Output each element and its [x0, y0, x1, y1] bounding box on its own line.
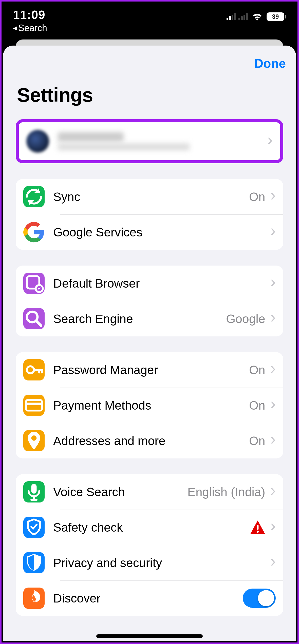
sync-icon — [23, 186, 45, 207]
sheet-stack: Done Settings — [3, 39, 296, 641]
svg-rect-7 — [31, 484, 37, 494]
voice-search-row[interactable]: Voice Search English (India) — [16, 474, 283, 510]
chevron-right-icon — [270, 434, 276, 447]
google-services-row[interactable]: Google Services — [16, 214, 283, 250]
location-pin-icon — [23, 430, 45, 451]
browser-group: Default Browser Search Engine Google — [16, 266, 283, 336]
shield-check-icon — [23, 517, 45, 538]
wifi-icon — [252, 13, 263, 21]
account-email-redacted — [58, 143, 190, 150]
password-manager-value: On — [249, 363, 265, 377]
discover-row[interactable]: Discover — [16, 580, 283, 616]
credit-card-icon — [23, 395, 45, 416]
payment-methods-label: Payment Methods — [53, 398, 249, 412]
google-services-label: Google Services — [53, 225, 270, 239]
safety-check-label: Safety check — [53, 520, 250, 534]
discover-label: Discover — [53, 591, 243, 605]
settings-sheet: Done Settings — [3, 46, 296, 641]
default-browser-row[interactable]: Default Browser — [16, 266, 283, 301]
discover-toggle[interactable] — [243, 589, 276, 608]
default-browser-icon — [23, 273, 45, 294]
battery-indicator: 39 — [267, 12, 286, 21]
cellular-signal-icon — [227, 13, 236, 20]
addresses-row[interactable]: Addresses and more On — [16, 423, 283, 458]
sync-value: On — [249, 190, 265, 204]
chevron-right-icon — [270, 521, 276, 534]
microphone-icon — [23, 481, 45, 502]
status-back-search[interactable]: Search — [13, 23, 47, 33]
chevron-right-icon — [270, 486, 276, 498]
key-icon — [23, 359, 45, 380]
chevron-right-icon — [270, 399, 276, 412]
search-engine-row[interactable]: Search Engine Google — [16, 301, 283, 336]
cellular-signal-icon-2 — [238, 13, 248, 20]
autofill-group: Password Manager On Payment Methods On — [16, 352, 283, 458]
search-engine-value: Google — [226, 312, 265, 326]
search-engine-label: Search Engine — [53, 312, 226, 326]
google-icon — [23, 222, 45, 243]
svg-rect-8 — [257, 525, 258, 530]
chevron-right-icon — [267, 135, 273, 148]
addresses-label: Addresses and more — [53, 434, 249, 448]
payment-methods-value: On — [249, 398, 265, 412]
voice-search-value: English (India) — [188, 485, 265, 499]
chevron-right-icon — [270, 312, 276, 325]
account-row[interactable] — [19, 122, 280, 160]
shield-icon — [23, 552, 45, 573]
flame-icon — [23, 588, 45, 609]
chevron-right-icon — [270, 364, 276, 376]
chevron-right-icon — [270, 277, 276, 290]
svg-point-9 — [257, 531, 259, 533]
chevron-right-icon — [270, 190, 276, 203]
addresses-value: On — [249, 434, 265, 448]
page-title: Settings — [3, 71, 296, 119]
warning-icon — [250, 520, 265, 534]
home-indicator[interactable] — [96, 634, 203, 638]
account-name-redacted — [58, 132, 124, 142]
misc-group: Voice Search English (India) Safety chec… — [16, 474, 283, 616]
sync-row[interactable]: Sync On — [16, 179, 283, 214]
svg-line-3 — [37, 321, 41, 326]
privacy-security-row[interactable]: Privacy and security — [16, 545, 283, 580]
chevron-right-icon — [270, 226, 276, 238]
avatar — [26, 130, 49, 153]
svg-point-4 — [27, 366, 34, 373]
payment-methods-row[interactable]: Payment Methods On — [16, 388, 283, 423]
chevron-right-icon — [270, 556, 276, 569]
voice-search-label: Voice Search — [53, 485, 188, 499]
done-button[interactable]: Done — [254, 56, 286, 71]
svg-rect-6 — [26, 403, 42, 406]
sync-label: Sync — [53, 190, 249, 204]
sheet-header: Done — [3, 46, 296, 71]
password-manager-row[interactable]: Password Manager On — [16, 352, 283, 388]
default-browser-label: Default Browser — [53, 276, 270, 290]
account-group — [16, 119, 283, 163]
sync-group: Sync On Google Services — [16, 179, 283, 250]
safety-check-row[interactable]: Safety check — [16, 510, 283, 545]
privacy-security-label: Privacy and security — [53, 556, 270, 570]
phone-frame: 11:09 Search 39 — [2, 2, 297, 642]
password-manager-label: Password Manager — [53, 363, 249, 377]
status-bar: 11:09 Search 39 — [2, 2, 297, 39]
search-icon — [23, 308, 45, 329]
status-time: 11:09 — [13, 8, 47, 22]
